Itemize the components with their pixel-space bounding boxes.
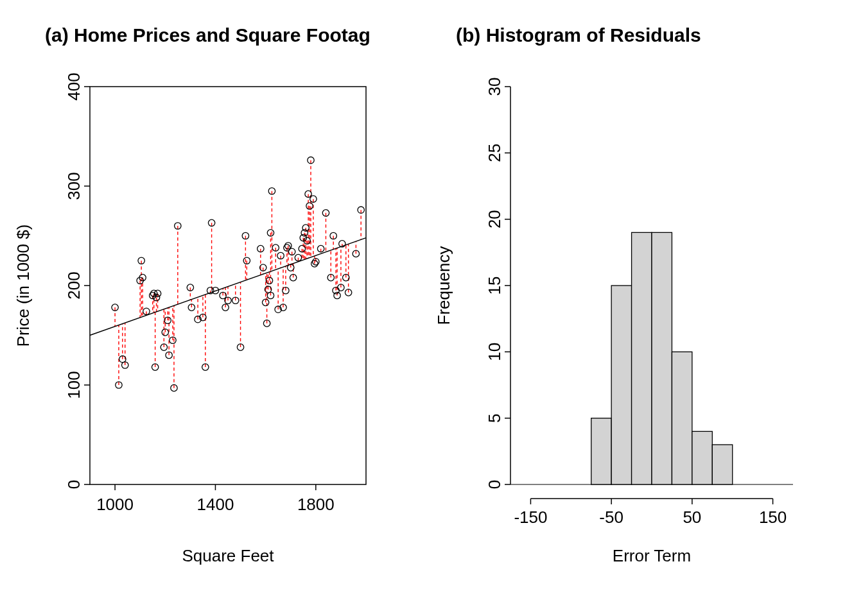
scatter-points xyxy=(112,157,364,391)
histogram-bars xyxy=(510,232,793,484)
svg-text:1000: 1000 xyxy=(96,495,134,514)
svg-rect-201 xyxy=(652,232,672,484)
svg-text:1400: 1400 xyxy=(197,495,234,514)
svg-text:5: 5 xyxy=(485,413,504,422)
svg-text:50: 50 xyxy=(683,508,701,527)
svg-text:400: 400 xyxy=(64,73,83,100)
histogram-panel: (b) Histogram of Residuals 051015202530 … xyxy=(434,24,793,565)
svg-text:0: 0 xyxy=(64,480,83,489)
svg-text:20: 20 xyxy=(485,210,504,228)
svg-text:300: 300 xyxy=(64,172,83,200)
panel-a-title: (a) Home Prices and Square Footag xyxy=(45,24,370,46)
y-axis-label: Frequency xyxy=(434,246,453,325)
svg-rect-199 xyxy=(611,286,631,484)
svg-text:200: 200 xyxy=(64,271,83,299)
y-axis-label: Price (in 1000 $) xyxy=(13,225,33,347)
svg-text:1800: 1800 xyxy=(297,495,335,514)
svg-text:-50: -50 xyxy=(599,508,623,527)
y-axis: 0100200300400 xyxy=(64,73,90,489)
svg-text:100: 100 xyxy=(64,371,83,398)
scatter-panel: (a) Home Prices and Square Footag 010020… xyxy=(13,24,370,565)
svg-text:10: 10 xyxy=(485,343,504,361)
svg-rect-203 xyxy=(692,431,712,484)
regression-line xyxy=(90,238,366,336)
svg-line-94 xyxy=(90,238,366,336)
svg-rect-204 xyxy=(712,445,732,484)
panel-b-title: (b) Histogram of Residuals xyxy=(456,24,701,46)
plot-frame xyxy=(90,87,366,484)
svg-text:0: 0 xyxy=(485,480,504,489)
x-axis: 100014001800 xyxy=(96,484,335,514)
x-axis-label: Error Term xyxy=(613,546,691,565)
y-axis: 051015202530 xyxy=(485,78,510,490)
svg-rect-198 xyxy=(591,418,611,484)
svg-rect-202 xyxy=(672,352,692,484)
svg-text:30: 30 xyxy=(485,78,504,96)
svg-text:-150: -150 xyxy=(514,508,547,527)
residual-lines xyxy=(115,160,361,388)
svg-text:25: 25 xyxy=(485,144,504,162)
x-axis: -150-5050150 xyxy=(514,499,787,527)
svg-rect-200 xyxy=(632,232,652,484)
svg-text:150: 150 xyxy=(759,508,787,527)
svg-text:15: 15 xyxy=(485,277,504,295)
x-axis-label: Square Feet xyxy=(182,546,274,565)
